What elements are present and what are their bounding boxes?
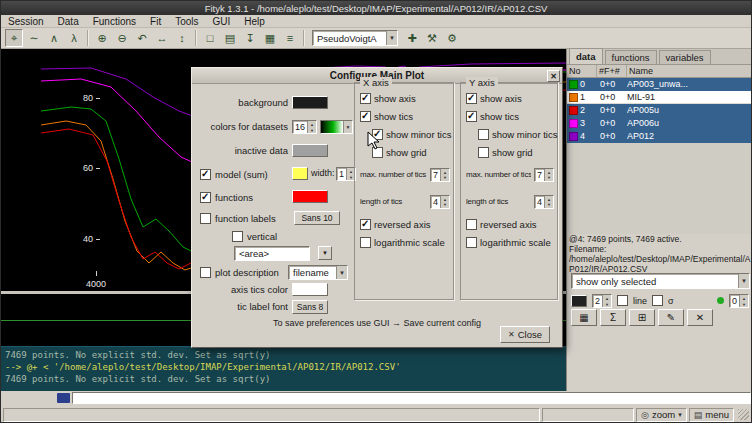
chevron-down-icon[interactable] bbox=[343, 121, 352, 133]
spinner-arrows-icon[interactable] bbox=[440, 169, 449, 181]
zoom-vertical-icon[interactable]: ↕ bbox=[173, 29, 191, 47]
command-input[interactable] bbox=[72, 392, 751, 404]
menu-fit[interactable]: Fit bbox=[143, 15, 168, 27]
checkbox-show-grid[interactable] bbox=[372, 147, 383, 158]
point-color-button[interactable] bbox=[571, 295, 587, 307]
show-model-icon[interactable]: ∧ bbox=[45, 29, 63, 47]
checkbox-show-axis[interactable] bbox=[466, 93, 477, 104]
menu-tools[interactable]: Tools bbox=[168, 15, 205, 27]
menu-functions[interactable]: Functions bbox=[86, 15, 143, 27]
point-size-spinner[interactable]: 2 bbox=[592, 294, 612, 308]
dataset-colors-gradient-dropdown[interactable] bbox=[320, 120, 353, 134]
sum-button[interactable]: Σ bbox=[600, 309, 626, 326]
model-color-swatch[interactable] bbox=[292, 167, 308, 180]
menu-help[interactable]: Help bbox=[237, 15, 272, 27]
function-type-selector[interactable]: PseudoVoigtA bbox=[312, 30, 398, 46]
dataset-row-4[interactable]: 40+0AP012 bbox=[567, 130, 752, 143]
duplicate-data-button[interactable]: ⊞ bbox=[629, 309, 655, 326]
spinner-arrows-icon[interactable] bbox=[602, 295, 611, 307]
vertical-checkbox[interactable] bbox=[232, 231, 243, 242]
functions-checkbox[interactable] bbox=[200, 192, 211, 203]
dialog-close-icon[interactable]: ✕ bbox=[547, 70, 560, 82]
chevron-down-icon[interactable] bbox=[386, 31, 397, 45]
dataset-colors-count-spinner[interactable]: 16 bbox=[292, 120, 317, 134]
spinner-max-number-of-tics[interactable]: 7 bbox=[534, 168, 554, 182]
label-format-field[interactable]: <area> bbox=[234, 246, 310, 261]
tab-data[interactable]: data bbox=[569, 48, 603, 64]
checkbox-reversed-axis[interactable] bbox=[466, 219, 477, 230]
model-width-spinner[interactable]: 1 bbox=[336, 167, 356, 181]
checkbox-show-grid[interactable] bbox=[478, 147, 489, 158]
zoom-out-icon[interactable]: ⊖ bbox=[113, 29, 131, 47]
column-name[interactable]: Name bbox=[627, 65, 752, 77]
checkbox-show-axis[interactable] bbox=[360, 93, 371, 104]
dataset-row-3[interactable]: 30+0AP006u bbox=[567, 117, 752, 130]
chevron-down-icon[interactable] bbox=[738, 274, 749, 288]
zoom-in-icon[interactable]: ⊕ bbox=[93, 29, 111, 47]
spinner-arrows-icon[interactable] bbox=[307, 121, 316, 133]
inactive-data-color-swatch[interactable] bbox=[292, 144, 328, 157]
function-labels-checkbox[interactable] bbox=[200, 213, 211, 224]
save-session-icon[interactable]: ↧ bbox=[241, 29, 259, 47]
gui-settings-icon[interactable]: ⚙ bbox=[443, 29, 461, 47]
zoom-all-icon[interactable]: ⌖ bbox=[5, 29, 23, 47]
session-log-icon[interactable]: ≡ bbox=[281, 29, 299, 47]
line-checkbox[interactable] bbox=[617, 295, 628, 306]
new-session-icon[interactable]: □ bbox=[201, 29, 219, 47]
run-fit-icon[interactable]: ⚒ bbox=[423, 29, 441, 47]
zoom-horizontal-icon[interactable]: ↔ bbox=[153, 29, 171, 47]
statusbar-menu-button[interactable]: ▤ menu bbox=[689, 408, 734, 422]
axis-tics-color-swatch[interactable] bbox=[292, 283, 328, 296]
show-data-icon[interactable]: ∼ bbox=[25, 29, 43, 47]
auto-add-peak-icon[interactable]: ✚ bbox=[403, 29, 421, 47]
show-only-selected-dropdown[interactable]: show only selected bbox=[571, 273, 750, 289]
data-table-button[interactable]: ▦ bbox=[571, 309, 597, 326]
menu-session[interactable]: Session bbox=[1, 15, 51, 27]
column-no[interactable]: No bbox=[567, 65, 597, 77]
spinner-length-of-tics[interactable]: 4 bbox=[430, 195, 450, 209]
checkbox-show-tics[interactable] bbox=[466, 111, 477, 122]
checkbox-logarithmic-scale[interactable] bbox=[360, 237, 371, 248]
chevron-down-icon[interactable] bbox=[336, 266, 347, 279]
zoom-history-button[interactable]: ◎ zoom ▾ bbox=[636, 408, 687, 422]
previous-zoom-icon[interactable]: ↶ bbox=[133, 29, 151, 47]
delete-data-button[interactable]: ✕ bbox=[687, 309, 713, 326]
tic-label-font-button[interactable]: Sans 8 bbox=[292, 300, 328, 314]
spinner-arrows-icon[interactable] bbox=[739, 295, 748, 307]
functions-color-swatch[interactable] bbox=[292, 190, 328, 203]
spinner-arrows-icon[interactable] bbox=[440, 196, 449, 208]
checkbox-show-tics[interactable] bbox=[360, 111, 371, 122]
export-plot-icon[interactable]: ▦ bbox=[261, 29, 279, 47]
shift-spinner[interactable]: 0 bbox=[729, 294, 749, 308]
resize-grip[interactable] bbox=[738, 409, 749, 420]
label-format-dropdown-icon[interactable]: ▼ bbox=[318, 246, 332, 260]
sigma-checkbox[interactable] bbox=[652, 295, 663, 306]
close-button[interactable]: ✕ Close bbox=[500, 326, 550, 343]
menu-data[interactable]: Data bbox=[51, 15, 86, 27]
background-color-swatch[interactable] bbox=[292, 96, 328, 109]
dataset-row-2[interactable]: 20+0AP005u bbox=[567, 104, 752, 117]
column-fz[interactable]: #F+# bbox=[597, 65, 627, 77]
spinner-max-number-of-tics[interactable]: 7 bbox=[430, 168, 450, 182]
tab-functions[interactable]: functions bbox=[605, 50, 657, 64]
spinner-arrows-icon[interactable] bbox=[544, 169, 553, 181]
dataset-row-0[interactable]: 00+0AP003_unwa... bbox=[567, 78, 752, 91]
titlebar[interactable]: Fityk 1.3.1 - /home/aleplo/test/Desktop/… bbox=[1, 1, 751, 15]
spinner-length-of-tics[interactable]: 4 bbox=[534, 195, 554, 209]
open-session-icon[interactable]: ▤ bbox=[221, 29, 239, 47]
menu-gui[interactable]: GUI bbox=[206, 15, 238, 27]
checkbox-show-minor-tics[interactable] bbox=[372, 129, 383, 140]
model-sum-checkbox[interactable] bbox=[200, 169, 211, 180]
checkbox-show-minor-tics[interactable] bbox=[478, 129, 489, 140]
output-console[interactable]: 7469 points. No explicit std. dev. Set a… bbox=[1, 346, 566, 391]
show-functions-icon[interactable]: λ bbox=[65, 29, 83, 47]
dataset-row-1[interactable]: 10+0MIL-91 bbox=[567, 91, 752, 104]
plot-description-dropdown[interactable]: filename bbox=[288, 265, 348, 280]
checkbox-reversed-axis[interactable] bbox=[360, 219, 371, 230]
edit-data-button[interactable]: ✎ bbox=[658, 309, 684, 326]
spinner-arrows-icon[interactable] bbox=[544, 196, 553, 208]
function-labels-font-button[interactable]: Sans 10 bbox=[294, 211, 340, 225]
plot-description-checkbox[interactable] bbox=[200, 267, 211, 278]
tab-variables[interactable]: variables bbox=[659, 50, 711, 64]
checkbox-logarithmic-scale[interactable] bbox=[466, 237, 477, 248]
